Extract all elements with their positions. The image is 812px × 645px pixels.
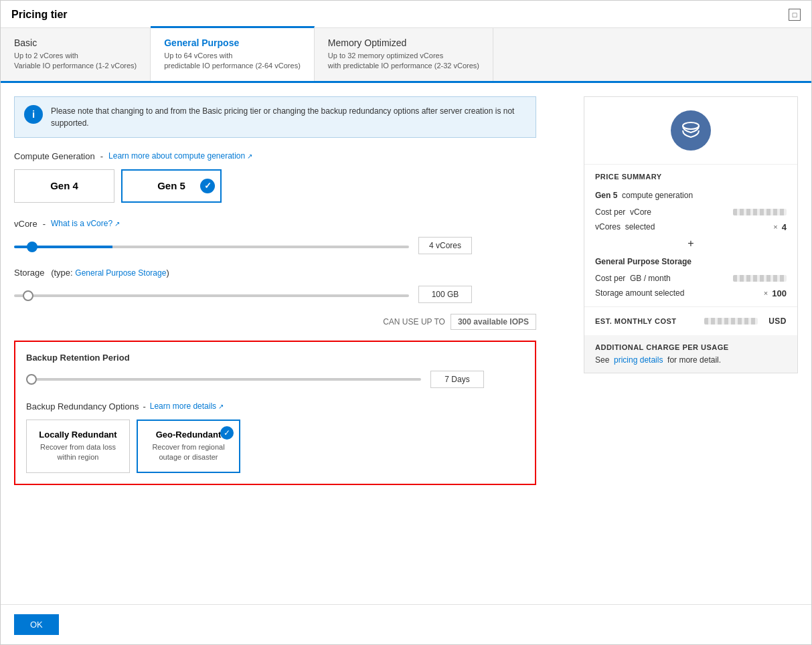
backup-redundancy-text: Backup Redundancy Options bbox=[26, 401, 139, 411]
close-button[interactable]: □ bbox=[789, 9, 801, 21]
add-charge-see: See bbox=[595, 355, 609, 365]
info-text: Please note that changing to and from th… bbox=[51, 105, 526, 129]
pricing-tier-dialog: Pricing tier □ Basic Up to 2 vCores with… bbox=[0, 0, 812, 645]
storage-value-box: 100 GB bbox=[418, 286, 472, 303]
storage-slider-container bbox=[14, 289, 409, 299]
cost-per-gb-bold: GB / month bbox=[630, 274, 671, 283]
vcore-what-is-link[interactable]: What is a vCore? bbox=[51, 219, 120, 228]
backup-redundancy-section: Backup Redundancy Options - Learn more d… bbox=[26, 401, 524, 473]
vcores-selected-value-area: × 4 bbox=[773, 222, 787, 232]
est-monthly-label: EST. MONTHLY COST bbox=[595, 317, 677, 325]
vcore-value-box: 4 vCores bbox=[418, 237, 472, 254]
redundancy-buttons: Locally Redundant Recover from data loss… bbox=[26, 420, 524, 473]
geo-redundant-button[interactable]: Geo-Redundant Recover from regionaloutag… bbox=[137, 420, 240, 473]
locally-redundant-desc: Recover from data losswithin region bbox=[40, 442, 116, 463]
vcore-dash: - bbox=[43, 219, 46, 229]
tab-basic-desc: Up to 2 vCores withVariable IO performan… bbox=[14, 51, 137, 72]
price-vcores-selected-row: vCores selected × 4 bbox=[584, 219, 797, 235]
database-icon bbox=[671, 110, 711, 151]
additional-charge-section: ADDITIONAL CHARGE PER USAGE See pricing … bbox=[584, 335, 797, 373]
storage-type-wrapper: (type: General Purpose Storage) bbox=[49, 268, 169, 278]
backup-retention-slider[interactable] bbox=[26, 378, 421, 381]
cost-per-vcore-bold: vCore bbox=[630, 207, 651, 217]
vcores-selected-label: vCores selected bbox=[595, 222, 655, 232]
vcores-x: × bbox=[773, 223, 777, 231]
pricing-details-link[interactable]: pricing details bbox=[614, 355, 663, 365]
geo-redundant-name: Geo-Redundant bbox=[156, 430, 222, 440]
storage-type-link[interactable]: General Purpose Storage bbox=[75, 268, 166, 278]
price-gp-storage-title: General Purpose Storage bbox=[584, 252, 797, 271]
iops-number: 300 bbox=[458, 317, 471, 327]
storage-value: 100 bbox=[772, 288, 787, 298]
locally-redundant-name: Locally Redundant bbox=[39, 430, 116, 440]
price-cost-per-gb-row: Cost per GB / month bbox=[584, 271, 797, 286]
backup-retention-title: Backup Retention Period bbox=[26, 353, 524, 363]
price-gen-label: Gen 5 bbox=[595, 191, 617, 200]
price-storage-amount-row: Storage amount selected × 100 bbox=[584, 286, 797, 301]
ok-button[interactable]: OK bbox=[14, 614, 59, 635]
est-monthly-redacted bbox=[704, 318, 758, 325]
est-monthly-value: USD bbox=[704, 316, 787, 326]
iops-label: available IOPS bbox=[473, 317, 529, 327]
footer: OK bbox=[1, 604, 811, 644]
storage-amount-label: Storage amount selected bbox=[595, 288, 684, 298]
backup-slider-row: 7 Days bbox=[26, 371, 524, 388]
info-banner: i Please note that changing to and from … bbox=[14, 96, 536, 138]
tab-memory-optimized[interactable]: Memory Optimized Up to 32 memory optimiz… bbox=[315, 28, 493, 81]
gen4-button[interactable]: Gen 4 bbox=[14, 169, 114, 203]
storage-x: × bbox=[764, 289, 768, 297]
backup-redundancy-label: Backup Redundancy Options - Learn more d… bbox=[26, 401, 524, 411]
vcore-label: vCore - What is a vCore? bbox=[14, 219, 570, 229]
compute-generation-section: Compute Generation - Learn more about co… bbox=[14, 151, 570, 203]
geo-redundant-check-icon: ✓ bbox=[220, 426, 234, 440]
storage-section: Storage (type: General Purpose Storage) … bbox=[14, 268, 570, 303]
vcore-slider[interactable] bbox=[14, 246, 409, 248]
iops-can-use: CAN USE UP TO bbox=[383, 317, 445, 327]
price-gen-row: Gen 5 compute generation bbox=[584, 186, 797, 205]
compute-label: Compute Generation - Learn more about co… bbox=[14, 151, 570, 161]
backup-value-box: 7 Days bbox=[430, 371, 484, 388]
tab-gp-desc: Up to 64 vCores withpredictable IO perfo… bbox=[164, 51, 301, 72]
price-icon-area bbox=[584, 97, 797, 165]
price-plus: + bbox=[584, 235, 797, 252]
iops-row: CAN USE UP TO 300 available IOPS bbox=[14, 314, 536, 330]
main-content: i Please note that changing to and from … bbox=[1, 83, 811, 604]
tab-mo-desc: Up to 32 memory optimized vCoreswith pre… bbox=[328, 51, 479, 72]
compute-dash: - bbox=[100, 151, 103, 161]
cost-per-gb-redacted bbox=[733, 275, 787, 282]
add-charge-suffix: for more detail. bbox=[667, 355, 721, 365]
tab-gp-name: General Purpose bbox=[164, 37, 301, 48]
tab-basic[interactable]: Basic Up to 2 vCores withVariable IO per… bbox=[1, 28, 151, 81]
storage-slider-row: 100 GB bbox=[14, 286, 570, 303]
left-panel: i Please note that changing to and from … bbox=[14, 96, 570, 597]
dialog-title: Pricing tier bbox=[11, 9, 68, 21]
price-summary-title: PRICE SUMMARY bbox=[584, 165, 797, 186]
title-bar: Pricing tier □ bbox=[1, 1, 811, 28]
storage-label: Storage (type: General Purpose Storage) bbox=[14, 268, 570, 278]
svg-point-0 bbox=[683, 122, 699, 129]
est-monthly-cost-row: EST. MONTHLY COST USD bbox=[584, 312, 797, 330]
tab-general-purpose[interactable]: General Purpose Up to 64 vCores withpred… bbox=[151, 26, 315, 81]
storage-amount-value-area: × 100 bbox=[764, 288, 787, 298]
info-icon: i bbox=[24, 105, 43, 124]
gen4-label: Gen 4 bbox=[50, 180, 78, 191]
gen5-label: Gen 5 bbox=[157, 180, 185, 191]
compute-label-text: Compute Generation bbox=[14, 151, 95, 161]
vcores-selected-bold: vCores bbox=[595, 222, 621, 232]
gen5-button[interactable]: Gen 5 ✓ bbox=[121, 169, 222, 203]
cost-per-gb-prefix: Cost per bbox=[595, 274, 625, 283]
storage-label-text: Storage bbox=[14, 268, 45, 278]
right-panel: PRICE SUMMARY Gen 5 compute generation C… bbox=[584, 96, 798, 373]
compute-learn-more-link[interactable]: Learn more about compute generation bbox=[108, 151, 252, 161]
storage-slider[interactable] bbox=[14, 294, 409, 297]
backup-section: Backup Retention Period 7 Days Backup Re… bbox=[14, 341, 536, 485]
locally-redundant-button[interactable]: Locally Redundant Recover from data loss… bbox=[26, 420, 130, 473]
iops-value: 300 available IOPS bbox=[451, 314, 536, 330]
vcore-section: vCore - What is a vCore? 4 vCores bbox=[14, 219, 570, 254]
tab-mo-name: Memory Optimized bbox=[328, 37, 479, 48]
gen-buttons: Gen 4 Gen 5 ✓ bbox=[14, 169, 570, 203]
gen5-check-icon: ✓ bbox=[200, 179, 215, 193]
tab-basic-name: Basic bbox=[14, 37, 137, 48]
vcore-slider-row: 4 vCores bbox=[14, 237, 570, 254]
backup-redundancy-link[interactable]: Learn more details bbox=[150, 401, 224, 411]
